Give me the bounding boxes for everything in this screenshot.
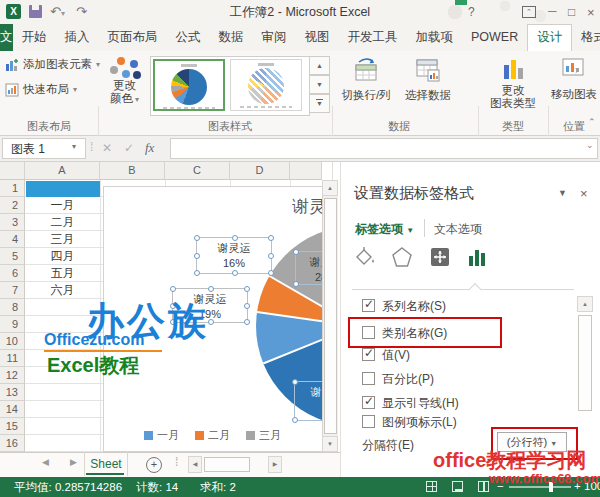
option-percentage[interactable]: 百分比(P) [362, 371, 434, 388]
row-header-15[interactable]: 15 [0, 418, 25, 435]
prev-sheet-icon[interactable]: ◀ [42, 457, 49, 467]
select-all-corner[interactable] [0, 162, 25, 180]
enter-formula-icon[interactable]: ✓ [124, 141, 134, 155]
gallery-more-button[interactable]: ▼ [309, 94, 330, 113]
column-header-b[interactable]: B [100, 162, 165, 180]
change-colors-button[interactable]: 更改 颜色 ▾ [101, 57, 148, 106]
row-header-10[interactable]: 10 [0, 333, 25, 350]
tab-format[interactable]: 格式 [572, 24, 600, 51]
label-options-chart-icon[interactable] [466, 248, 490, 271]
tab-addins[interactable]: 加载项 [407, 24, 463, 51]
tab-design-active[interactable]: 设计 [527, 24, 572, 51]
normal-view-icon[interactable] [426, 481, 437, 492]
selection-handle[interactable] [170, 303, 176, 309]
tab-power[interactable]: POWER [462, 24, 527, 51]
tab-insert[interactable]: 插入 [56, 24, 99, 51]
row-header-16[interactable]: 16 [0, 435, 25, 452]
zoom-slider-thumb[interactable] [549, 482, 553, 492]
pane-tab-label-options[interactable]: 标签选项 ▼ [355, 221, 414, 238]
hscrollbar-thumb[interactable] [204, 457, 250, 472]
expand-formula-bar-icon[interactable]: ⌄ [586, 140, 594, 150]
pane-tab-text-options[interactable]: 文本选项 [434, 221, 482, 238]
row-header-13[interactable]: 13 [0, 384, 25, 401]
chart-style-2[interactable] [230, 59, 302, 111]
data-label-2-selected[interactable]: 谢灵运19% [172, 288, 248, 323]
selection-handle[interactable] [244, 286, 250, 292]
page-layout-view-icon[interactable] [452, 481, 463, 492]
page-break-view-icon[interactable] [478, 481, 489, 492]
tab-review[interactable]: 审阅 [253, 24, 296, 51]
chart-style-1-selected[interactable] [153, 59, 225, 111]
selection-handle[interactable] [244, 319, 250, 325]
option-series-name[interactable]: 系列名称(S) [362, 298, 446, 315]
insert-function-icon[interactable]: fx [145, 140, 154, 156]
pane-close-icon[interactable]: × [580, 186, 588, 201]
tab-home[interactable]: 开始 [13, 24, 56, 51]
checkbox-checked-icon[interactable] [362, 396, 375, 409]
next-sheet-icon[interactable]: ▶ [70, 457, 77, 467]
chart-legend[interactable]: 一月 二月 三月 [144, 428, 281, 443]
column-header-partial[interactable] [290, 162, 322, 180]
scroll-down-icon[interactable]: ▼ [322, 436, 338, 452]
selection-handle[interactable] [268, 253, 274, 259]
row-header-6[interactable]: 6 [0, 265, 25, 282]
chart-title[interactable]: 谢灵 [292, 195, 322, 218]
zoom-level[interactable]: 100% [584, 480, 600, 492]
minimize-button[interactable]: ─ [548, 4, 557, 18]
row-header-4[interactable]: 4 [0, 231, 25, 248]
column-header-d[interactable]: D [230, 162, 290, 180]
formula-input[interactable] [170, 138, 598, 159]
hscroll-right-icon[interactable]: ▶ [268, 456, 282, 473]
data-label-3[interactable]: 谢灵运28% [295, 251, 322, 285]
zoom-in-icon[interactable]: + [574, 480, 581, 492]
close-button[interactable]: × [587, 5, 595, 20]
checkbox-unchecked-icon[interactable] [362, 415, 375, 428]
column-header-c[interactable]: C [165, 162, 230, 180]
collapse-ribbon-icon[interactable]: ⌃ [588, 117, 596, 127]
selection-handle[interactable] [170, 319, 176, 325]
row-header-1[interactable]: 1 [0, 180, 25, 197]
select-data-button[interactable]: 选择数据 [398, 57, 458, 102]
row-header-12[interactable]: 12 [0, 367, 25, 384]
new-sheet-icon[interactable]: + [146, 457, 162, 473]
name-box-dropdown-icon[interactable]: ▾ [72, 142, 76, 151]
cell-a4[interactable]: 三月 [25, 231, 100, 248]
cell-a7[interactable]: 六月 [25, 282, 100, 299]
fill-line-icon[interactable] [352, 246, 376, 271]
row-header-2[interactable]: 2 [0, 197, 25, 214]
row-header-3[interactable]: 3 [0, 214, 25, 231]
option-value[interactable]: 值(V) [362, 347, 410, 364]
add-chart-element-button[interactable]: 添加图表元素▾ [5, 57, 100, 72]
selection-handle[interactable] [268, 235, 274, 241]
selection-handle[interactable] [194, 270, 200, 276]
selection-handle[interactable] [268, 270, 274, 276]
zoom-out-icon[interactable]: − [497, 480, 504, 492]
row-header-5[interactable]: 5 [0, 248, 25, 265]
hscroll-left-icon[interactable]: ◀ [188, 456, 202, 473]
selection-handle[interactable] [232, 270, 238, 276]
selection-handle[interactable] [194, 253, 200, 259]
ribbon-display-options-icon[interactable]: ⌃ [522, 6, 536, 18]
size-properties-icon[interactable] [428, 246, 452, 271]
quick-layout-button[interactable]: 快速布局▾ [5, 82, 77, 97]
option-legend-key[interactable]: 图例项标示(L) [362, 414, 457, 431]
selection-handle[interactable] [244, 303, 250, 309]
cell-a1-selected[interactable] [26, 181, 100, 197]
selection-handle[interactable] [208, 286, 214, 292]
row-header-9[interactable]: 9 [0, 316, 25, 333]
maximize-button[interactable]: □ [568, 5, 575, 19]
row-header-11[interactable]: 11 [0, 350, 25, 367]
row-header-14[interactable]: 14 [0, 401, 25, 418]
checkbox-checked-icon[interactable] [362, 348, 375, 361]
checkbox-unchecked-icon[interactable] [362, 372, 375, 385]
column-header-a[interactable]: A [25, 162, 100, 180]
tab-page-layout[interactable]: 页面布局 [99, 24, 167, 51]
move-chart-button[interactable]: 移动图表 [551, 57, 597, 101]
data-label-1-selected[interactable]: 谢灵运16% [196, 237, 272, 274]
pane-scrollbar-thumb[interactable] [578, 315, 592, 411]
legend-item-mar[interactable]: 三月 [246, 428, 281, 443]
cancel-formula-icon[interactable]: ✕ [102, 141, 112, 155]
row-header-8[interactable]: 8 [0, 299, 25, 316]
data-label-4[interactable]: 谢 [294, 381, 322, 421]
option-show-leader-lines[interactable]: 显示引导线(H) [362, 395, 459, 412]
